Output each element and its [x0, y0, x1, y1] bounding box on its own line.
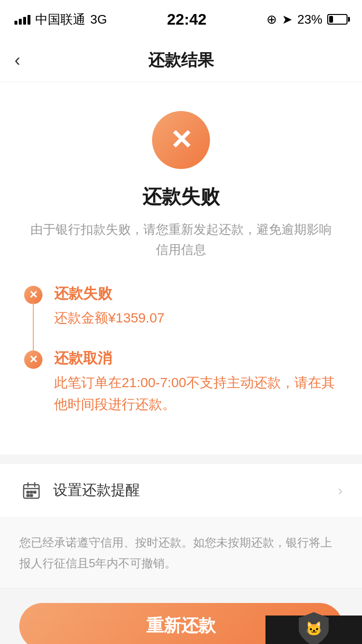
- status-right: ⊕ ➤ 23%: [266, 12, 348, 27]
- reminder-label: 设置还款提醒: [53, 480, 140, 500]
- step-title-1: 还款失败: [54, 284, 165, 304]
- step-item-2: ✕ 还款取消 此笔订单在21:00-7:00不支持主动还款，请在其他时间段进行还…: [24, 349, 343, 416]
- result-description: 由于银行扣款失败，请您重新发起还款，避免逾期影响信用信息: [19, 220, 343, 260]
- watermark-inner: 🐱 黑猫 BLACK CAT: [284, 611, 343, 644]
- step-item-1: ✕ 还款失败 还款金额¥1359.07: [24, 284, 343, 329]
- shield-icon: 🐱: [297, 611, 331, 644]
- svg-rect-8: [30, 494, 33, 497]
- step-error-icon-1: ✕: [29, 289, 38, 301]
- battery-label: 23%: [297, 12, 322, 27]
- step-content-2: 还款取消 此笔订单在21:00-7:00不支持主动还款，请在其他时间段进行还款。: [54, 349, 343, 416]
- step-text-2: 此笔订单在21:00-7:00不支持主动还款，请在其他时间段进行还款。: [54, 372, 343, 416]
- result-title: 还款失败: [142, 183, 220, 210]
- calendar-icon: [19, 478, 43, 503]
- step-icon-1: ✕: [24, 286, 42, 304]
- status-bar: 中国联通 3G 22:42 ⊕ ➤ 23%: [0, 0, 362, 39]
- step-text-1: 还款金额¥1359.07: [54, 308, 165, 329]
- carrier-label: 中国联通: [35, 11, 85, 28]
- notice-text: 您已经承诺遵守信用、按时还款。如您未按期还款，银行将上报人行征信且5年内不可撤销…: [19, 532, 343, 574]
- page-title: 还款结果: [148, 49, 214, 71]
- signal-icon: [14, 14, 30, 25]
- steps-area: ✕ 还款失败 还款金额¥1359.07 ✕ 还款取消 此笔订单在21:00-7:…: [19, 284, 343, 415]
- notice-section: 您已经承诺遵守信用、按时还款。如您未按期还款，银行将上报人行征信且5年内不可撤销…: [0, 518, 362, 588]
- step-error-icon-2: ✕: [29, 353, 38, 366]
- status-left: 中国联通 3G: [14, 11, 107, 28]
- location-icon: ⊕: [266, 12, 277, 27]
- svg-rect-5: [30, 491, 33, 493]
- black-cat-watermark: 🐱 黑猫 BLACK CAT: [265, 616, 362, 644]
- chevron-right-icon: ›: [338, 482, 343, 499]
- x-icon: ✕: [170, 126, 193, 154]
- navigation-icon: ➤: [282, 12, 292, 27]
- battery-icon: [327, 14, 348, 25]
- reminder-section[interactable]: 设置还款提醒 ›: [0, 464, 362, 518]
- step-title-2: 还款取消: [54, 349, 343, 368]
- network-label: 3G: [90, 12, 107, 27]
- svg-text:🐱: 🐱: [306, 621, 322, 637]
- section-divider: [0, 454, 362, 464]
- svg-rect-7: [27, 494, 29, 497]
- main-content: ✕ 还款失败 由于银行扣款失败，请您重新发起还款，避免逾期影响信用信息 ✕ 还款…: [0, 82, 362, 454]
- step-icon-2: ✕: [24, 350, 42, 369]
- reminder-left: 设置还款提醒: [19, 478, 140, 503]
- time-label: 22:42: [167, 11, 207, 28]
- back-button[interactable]: ‹: [14, 50, 20, 70]
- svg-rect-6: [33, 491, 36, 493]
- step-content-1: 还款失败 还款金额¥1359.07: [54, 284, 165, 329]
- result-icon: ✕: [152, 111, 210, 169]
- result-icon-area: ✕ 还款失败 由于银行扣款失败，请您重新发起还款，避免逾期影响信用信息: [19, 111, 343, 260]
- nav-bar: ‹ 还款结果: [0, 39, 362, 82]
- svg-rect-4: [27, 491, 29, 493]
